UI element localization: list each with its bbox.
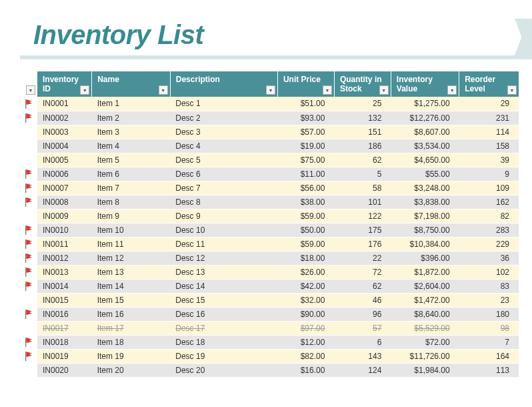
cell-desc: Desc 12 (170, 251, 277, 265)
filter-dropdown-flag[interactable]: ▼ (26, 85, 35, 95)
cell-id: IN0007 (37, 181, 92, 195)
cell-reorder: 231 (459, 111, 519, 125)
table-row[interactable]: IN0009Item 9Desc 9$59.00122$7,198.0082 (37, 209, 519, 223)
cell-text: IN0019 (43, 352, 69, 361)
filter-dropdown-value[interactable]: ▼ (447, 85, 457, 95)
cell-text: Desc 2 (175, 113, 200, 123)
table-row[interactable]: IN0018Item 18Desc 18$12.006$72.007 (37, 335, 519, 349)
table-row[interactable]: IN0005Item 5Desc 5$75.0062$4,650.0039 (37, 153, 519, 167)
cell-price: $38.00 (277, 195, 334, 209)
cell-text: Desc 1 (175, 99, 200, 108)
cell-text: $59.00 (301, 240, 325, 249)
cell-id: IN0010 (37, 223, 92, 237)
cell-desc: Desc 5 (170, 153, 277, 167)
cell-name: Item 11 (92, 237, 171, 251)
svg-rect-10 (25, 310, 26, 319)
table-row[interactable]: IN0002Item 2Desc 2$93.00132$12,276.00231 (37, 111, 519, 125)
table-row[interactable]: IN0008Item 8Desc 8$38.00101$3,838.00162 (37, 195, 519, 209)
flag-icon (25, 268, 33, 277)
cell-price: $12.00 (277, 335, 334, 349)
column-header-label: Reorder Level (465, 75, 495, 93)
filter-dropdown-id[interactable]: ▼ (80, 85, 89, 95)
flag-cell (20, 265, 37, 279)
cell-price: $93.00 (277, 111, 334, 125)
table-row[interactable]: IN0015Item 15Desc 15$32.0046$1,472.0023 (37, 293, 519, 307)
cell-desc: Desc 15 (170, 293, 277, 307)
cell-value: $8,640.00 (391, 307, 459, 321)
flag-icon (25, 254, 33, 263)
cell-text: IN0007 (43, 183, 69, 193)
column-header-value[interactable]: Inventory Value▼ (391, 71, 459, 97)
cell-text: $8,750.00 (414, 226, 449, 235)
table-row[interactable]: IN0013Item 13Desc 13$26.0072$1,872.00102 (37, 265, 519, 279)
flag-icon (25, 282, 33, 291)
table-row[interactable]: IN0017Item 17Desc 17$97.0057$5,529.0098 (37, 321, 519, 335)
filter-dropdown-desc[interactable]: ▼ (266, 85, 275, 95)
cell-text: Item 2 (97, 113, 119, 123)
table-row[interactable]: IN0007Item 7Desc 7$56.0058$3,248.00109 (37, 181, 519, 195)
cell-text: Desc 18 (175, 338, 205, 347)
cell-text: 151 (368, 127, 381, 137)
cell-text: 229 (496, 240, 509, 249)
cell-value: $5,529.00 (391, 321, 459, 335)
table-row[interactable]: IN0001Item 1Desc 1$51.0025$1,275.0029 (37, 97, 519, 111)
svg-rect-5 (25, 226, 26, 235)
cell-text: Item 11 (97, 240, 124, 249)
table-row[interactable]: IN0011Item 11Desc 11$59.00176$10,384.002… (37, 237, 519, 251)
table-row[interactable]: IN0010Item 10Desc 10$50.00175$8,750.0028… (37, 223, 519, 237)
cell-text: $10,384.00 (410, 240, 450, 249)
column-header-id[interactable]: Inventory ID▼ (37, 71, 92, 97)
cell-text: 6 (377, 338, 382, 347)
flag-cell (20, 279, 37, 293)
cell-reorder: 9 (459, 167, 519, 181)
table-row[interactable]: IN0014Item 14Desc 14$42.0062$2,604.0083 (37, 279, 519, 293)
cell-text: $93.00 (301, 113, 325, 123)
cell-text: 231 (496, 113, 509, 123)
table-row[interactable]: IN0016Item 16Desc 16$90.0096$8,640.00180 (37, 307, 519, 321)
table-row[interactable]: IN0006Item 6Desc 6$11.005$55.009 (37, 167, 519, 181)
cell-qty: 5 (334, 167, 391, 181)
cell-price: $90.00 (277, 307, 334, 321)
filter-dropdown-price[interactable]: ▼ (323, 85, 332, 95)
cell-text: IN0011 (43, 240, 69, 249)
table-row[interactable]: IN0012Item 12Desc 12$18.0022$396.0036 (37, 251, 519, 265)
column-header-price[interactable]: Unit Price▼ (277, 71, 334, 97)
inventory-table: Inventory ID▼Name▼Description▼Unit Price… (37, 71, 519, 378)
cell-name: Item 1 (92, 97, 171, 111)
cell-reorder: 229 (459, 237, 519, 251)
cell-text: 39 (501, 155, 509, 165)
cell-text: Item 9 (97, 212, 119, 221)
table-row[interactable]: IN0019Item 19Desc 19$82.00143$11,726.001… (37, 349, 519, 363)
cell-text: Desc 5 (175, 155, 200, 165)
flag-cell (20, 363, 37, 377)
cell-text: $2,604.00 (414, 282, 449, 291)
filter-dropdown-qty[interactable]: ▼ (379, 85, 389, 95)
filter-dropdown-name[interactable]: ▼ (159, 85, 168, 95)
cell-text: Desc 9 (175, 212, 200, 221)
column-header-desc[interactable]: Description▼ (170, 71, 277, 97)
table-row[interactable]: IN0004Item 4Desc 4$19.00186$3,534.00158 (37, 139, 519, 153)
cell-text: Item 6 (97, 169, 119, 179)
column-header-name[interactable]: Name▼ (92, 71, 171, 97)
cell-qty: 46 (334, 293, 391, 307)
cell-name: Item 14 (92, 279, 171, 293)
column-header-qty[interactable]: Quantity in Stock▼ (334, 71, 391, 97)
cell-text: $72.00 (425, 338, 450, 347)
cell-price: $75.00 (277, 153, 334, 167)
cell-text: $8,607.00 (414, 127, 449, 137)
cell-text: IN0005 (43, 155, 69, 165)
table-row[interactable]: IN0003Item 3Desc 3$57.00151$8,607.00114 (37, 125, 519, 139)
cell-text: Desc 4 (175, 141, 200, 151)
cell-text: 72 (373, 268, 381, 277)
cell-reorder: 158 (459, 139, 519, 153)
cell-desc: Desc 8 (170, 195, 277, 209)
cell-price: $50.00 (277, 223, 334, 237)
column-header-reorder[interactable]: Reorder Level▼ (459, 71, 519, 97)
cell-desc: Desc 18 (170, 335, 277, 349)
table-row[interactable]: IN0020Item 20Desc 20$16.00124$1,984.0011… (37, 363, 519, 377)
cell-text: Item 7 (97, 183, 119, 193)
cell-text: $59.00 (301, 212, 325, 221)
column-header-label: Inventory ID (43, 75, 79, 93)
cell-reorder: 82 (459, 209, 519, 223)
filter-dropdown-reorder[interactable]: ▼ (507, 85, 517, 95)
